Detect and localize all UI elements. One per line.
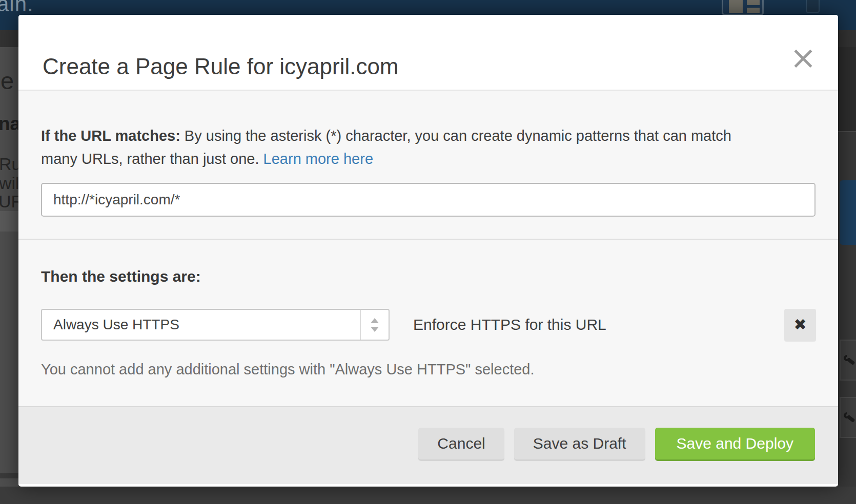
url-pattern-input[interactable] xyxy=(41,183,816,217)
grid-view-icon xyxy=(722,0,764,15)
url-match-label: If the URL matches: xyxy=(41,128,180,144)
close-icon[interactable]: × xyxy=(789,44,818,72)
chevron-up-icon xyxy=(371,318,379,323)
url-match-section: If the URL matches: By using the asteris… xyxy=(18,91,838,240)
create-page-rule-modal: Create a Page Rule for icyapril.com × If… xyxy=(18,15,838,487)
settings-section: Then the settings are: Always Use HTTPS … xyxy=(18,240,838,406)
settings-heading: Then the settings are: xyxy=(41,268,816,285)
header-right-icon xyxy=(806,0,820,13)
setting-select[interactable]: Always Use HTTPS xyxy=(41,309,390,341)
background-rule-row-fragment xyxy=(840,340,856,381)
background-right-dark-block xyxy=(838,47,856,131)
background-table-header-fragment xyxy=(0,211,18,232)
cancel-button[interactable]: Cancel xyxy=(418,428,504,459)
setting-note: You cannot add any additional settings w… xyxy=(41,361,816,378)
setting-description: Enforce HTTPS for this URL xyxy=(413,316,606,333)
setting-select-value: Always Use HTTPS xyxy=(42,317,179,333)
url-match-text-line2: many URLs, rather than just one. xyxy=(41,151,263,167)
background-right-divider xyxy=(838,131,856,132)
url-match-text-line1: By using the asterisk (*) character, you… xyxy=(180,128,731,144)
remove-icon: ✖ xyxy=(793,316,806,333)
background-domain-text-fragment: ain. xyxy=(0,0,34,16)
background-divider-fragment xyxy=(0,473,18,478)
remove-setting-button[interactable]: ✖ xyxy=(784,309,816,341)
background-text-fragment: e xyxy=(1,67,14,95)
save-and-deploy-button[interactable]: Save and Deploy xyxy=(655,428,816,459)
modal-title: Create a Page Rule for icyapril.com xyxy=(43,54,399,79)
modal-header: Create a Page Rule for icyapril.com × xyxy=(18,15,838,91)
learn-more-link[interactable]: Learn more here xyxy=(263,151,373,167)
save-as-draft-button[interactable]: Save as Draft xyxy=(514,428,645,459)
modal-footer: Cancel Save as Draft Save and Deploy xyxy=(18,406,838,484)
wrench-icon xyxy=(844,412,855,424)
setting-row: Always Use HTTPS Enforce HTTPS for this … xyxy=(41,309,816,341)
background-below-modal xyxy=(0,487,856,504)
url-match-description: If the URL matches: By using the asteris… xyxy=(41,124,816,171)
select-stepper-icon xyxy=(360,310,389,340)
background-rule-row-fragment xyxy=(840,397,856,438)
chevron-down-icon xyxy=(371,327,379,332)
wrench-icon xyxy=(844,355,855,366)
background-blue-button-fragment xyxy=(840,180,856,245)
